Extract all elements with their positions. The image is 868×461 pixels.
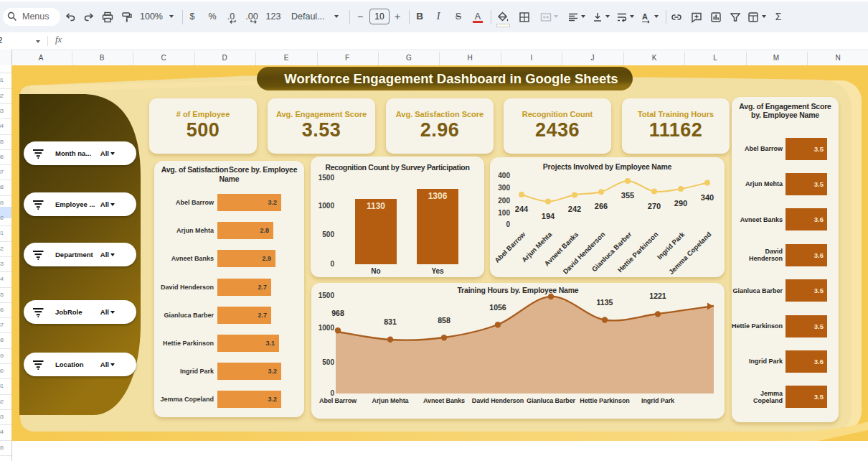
svg-text:Workforce Engagement Dashboard: Workforce Engagement Dashboard in Google… [284,71,618,86]
svg-text:A: A [642,12,648,21]
